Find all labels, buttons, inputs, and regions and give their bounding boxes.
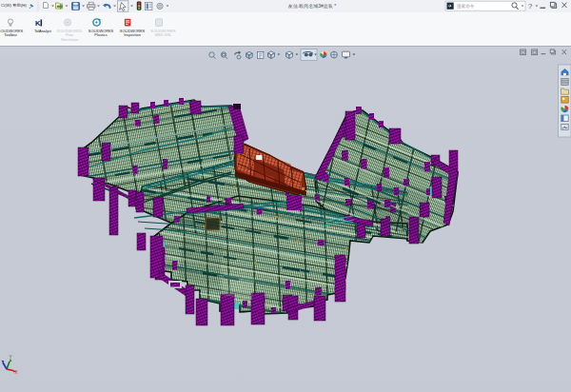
svg-text:Toolbox: Toolbox (4, 32, 16, 37)
svg-text:Simulation: Simulation (61, 37, 78, 42)
svg-text:友佳.欧尚名城3#总装 *: 友佳.欧尚名城3#总装 * (288, 3, 336, 10)
svg-text:Inspection: Inspection (124, 32, 141, 37)
svg-text:搜索命令: 搜索命令 (456, 3, 475, 10)
svg-text:口(W): 口(W) (1, 3, 12, 8)
svg-text:TolAnalyst: TolAnalyst (34, 29, 52, 33)
svg-text:Plastics: Plastics (94, 32, 107, 37)
svg-text:Y: Y (10, 355, 12, 360)
svg-text:X: X (15, 370, 18, 375)
svg-text:K: K (35, 19, 41, 28)
svg-text:MBD SNL: MBD SNL (155, 32, 172, 37)
svg-text:帮助(H): 帮助(H) (13, 3, 28, 8)
svg-text:?: ? (528, 2, 532, 10)
